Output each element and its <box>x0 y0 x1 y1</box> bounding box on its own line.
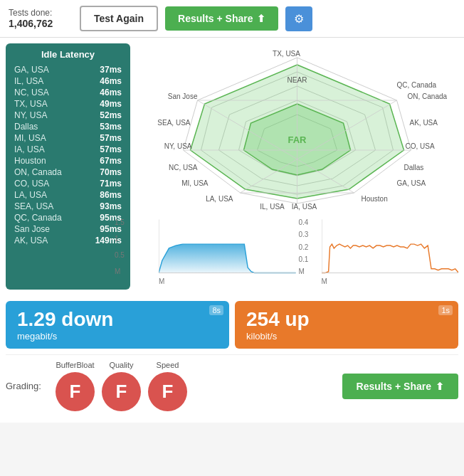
latency-row: SEA, USA93ms <box>11 201 125 212</box>
latency-value: 37ms <box>100 65 122 75</box>
svg-text:ON, Canada: ON, Canada <box>408 92 448 100</box>
svg-text:NC, USA: NC, USA <box>169 164 198 171</box>
upload-chart: M <box>322 218 459 275</box>
latency-row: QC, Canada95ms <box>11 212 125 223</box>
idle-latency-panel: Idle Latency GA, USA37msIL, USA46msNC, U… <box>6 43 130 290</box>
latency-location: IL, USA <box>14 76 43 86</box>
share-icon-top: ⬆ <box>257 13 265 24</box>
latency-row: GA, USA37ms <box>11 64 125 75</box>
latency-value: 70ms <box>100 167 122 177</box>
latency-value: 71ms <box>100 179 122 189</box>
svg-text:FAR: FAR <box>288 134 307 145</box>
speed-grade-group: Speed F <box>148 361 187 411</box>
latency-location: LA, USA <box>14 190 47 200</box>
download-y-axis: 1.5 1 0.5 M <box>115 218 125 275</box>
latency-row: NY, USA52ms <box>11 110 125 121</box>
latency-row: AK, USA149ms <box>11 235 125 246</box>
latency-row: MI, USA57ms <box>11 132 125 144</box>
share-icon-bottom: ⬆ <box>436 381 444 392</box>
results-share-button-bottom[interactable]: Results + Share ⬆ <box>342 374 458 399</box>
upload-chart-container: 0.4 0.3 0.2 0.1 M M <box>299 218 459 290</box>
download-chart: M <box>159 218 296 275</box>
latency-location: ON, Canada <box>14 167 62 177</box>
grading-label: Grading: <box>6 381 48 391</box>
latency-row: LA, USA86ms <box>11 189 125 201</box>
latency-location: GA, USA <box>14 65 49 75</box>
idle-latency-title: Idle Latency <box>11 49 125 60</box>
download-chart-svg <box>159 218 296 275</box>
upload-duration: 1s <box>438 305 453 315</box>
latency-row: Dallas53ms <box>11 121 125 132</box>
right-panel: TX, USA ON, Canada QC, Canada AK, USA CO… <box>136 43 458 290</box>
latency-location: IA, USA <box>14 144 45 154</box>
speed-boxes: 8s 1.29 down megabit/s 1s 254 up kilobit… <box>6 301 458 349</box>
latency-value: 57ms <box>100 144 122 154</box>
latency-value: 46ms <box>100 88 122 97</box>
latency-row: TX, USA49ms <box>11 98 125 110</box>
download-duration: 8s <box>209 305 223 315</box>
y-label-0.2: 0.2 <box>299 243 309 251</box>
svg-text:IA, USA: IA, USA <box>292 203 317 211</box>
latency-location: NY, USA <box>14 110 47 120</box>
main-content: Idle Latency GA, USA37msIL, USA46msNC, U… <box>0 38 464 295</box>
bufferbloat-label: BufferBloat <box>56 361 94 369</box>
y-label-m-left: M <box>115 268 125 275</box>
upload-value: 254 up <box>246 308 447 331</box>
download-unit: megabit/s <box>17 331 218 342</box>
svg-text:TX, USA: TX, USA <box>273 50 300 58</box>
tests-done-section: Tests done: 1,406,762 <box>9 8 73 29</box>
latency-row: Houston67ms <box>11 155 125 166</box>
latency-value: 49ms <box>100 99 122 109</box>
upload-y-axis: 0.4 0.3 0.2 0.1 M <box>299 218 309 275</box>
latency-location: Houston <box>14 156 46 166</box>
speed-grade-circle: F <box>148 372 187 411</box>
test-again-button[interactable]: Test Again <box>80 6 158 31</box>
svg-text:NY, USA: NY, USA <box>164 142 192 150</box>
top-bar: Tests done: 1,406,762 Test Again Results… <box>0 0 464 38</box>
bufferbloat-grade-group: BufferBloat F <box>56 361 95 411</box>
latency-value: 46ms <box>100 76 122 86</box>
latency-value: 93ms <box>100 201 122 211</box>
tests-done-value: 1,406,762 <box>9 18 73 29</box>
results-share-bottom-label: Results + Share <box>357 381 431 392</box>
grading-section: Grading: BufferBloat F Quality F Speed F… <box>6 354 458 417</box>
upload-unit: kilobit/s <box>246 331 447 342</box>
svg-text:San Jose: San Jose <box>168 92 198 100</box>
download-chart-container: 1.5 1 0.5 M <box>136 218 296 290</box>
latency-location: CO, USA <box>14 179 49 189</box>
radar-chart: TX, USA ON, Canada QC, Canada AK, USA CO… <box>136 43 458 214</box>
latency-row: ON, Canada70ms <box>11 166 125 178</box>
quality-grade-group: Quality F <box>102 361 141 411</box>
y-label-1.5: 1.5 <box>115 218 125 226</box>
latency-location: QC, Canada <box>14 213 62 223</box>
y-label-0.1: 0.1 <box>299 255 309 263</box>
settings-button[interactable]: ⚙ <box>285 6 312 31</box>
speed-label: Speed <box>157 361 179 369</box>
latency-rows: GA, USA37msIL, USA46msNC, USA46msTX, USA… <box>11 64 125 246</box>
latency-value: 52ms <box>100 110 122 120</box>
latency-row: IA, USA57ms <box>11 144 125 155</box>
latency-value: 53ms <box>100 122 122 132</box>
charts-row: 1.5 1 0.5 M <box>136 218 458 290</box>
quality-label: Quality <box>109 361 133 369</box>
latency-location: NC, USA <box>14 88 49 97</box>
y-label-m-right: M <box>299 268 309 275</box>
svg-text:NEAR: NEAR <box>288 76 307 84</box>
latency-row: CO, USA71ms <box>11 178 125 189</box>
y-label-0.3: 0.3 <box>299 231 309 238</box>
latency-value: 86ms <box>100 190 122 200</box>
bottom-section: 8s 1.29 down megabit/s 1s 254 up kilobit… <box>0 295 464 423</box>
download-value: 1.29 down <box>17 308 218 331</box>
radar-svg: TX, USA ON, Canada QC, Canada AK, USA CO… <box>136 43 458 214</box>
latency-row: San Jose95ms <box>11 223 125 235</box>
svg-text:SEA, USA: SEA, USA <box>157 119 190 127</box>
latency-location: AK, USA <box>14 236 48 245</box>
svg-text:AK, USA: AK, USA <box>410 119 438 127</box>
bufferbloat-grade-circle: F <box>56 372 95 411</box>
results-share-button-top[interactable]: Results + Share ⬆ <box>165 6 278 31</box>
latency-value: 67ms <box>100 156 122 166</box>
svg-text:GA, USA: GA, USA <box>397 179 426 187</box>
svg-text:MI, USA: MI, USA <box>181 179 209 187</box>
latency-row: IL, USA46ms <box>11 75 125 87</box>
upload-speed-box: 1s 254 up kilobit/s <box>235 301 458 349</box>
